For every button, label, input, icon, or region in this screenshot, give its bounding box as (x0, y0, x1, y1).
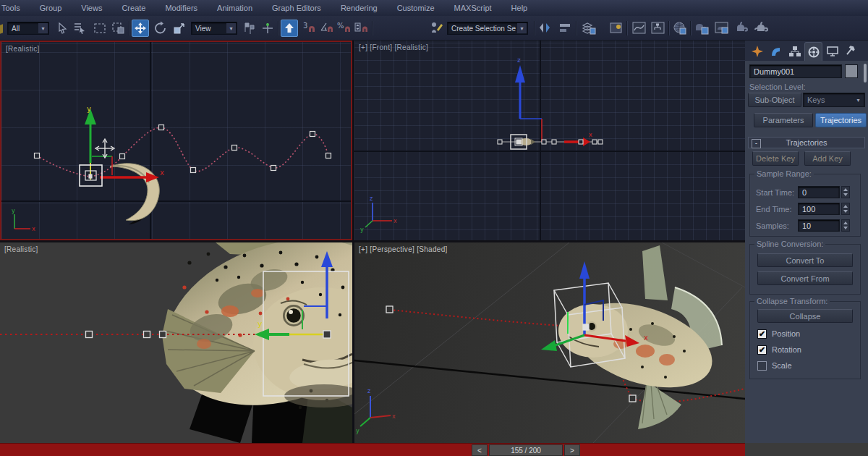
samples-label: Samples: (756, 221, 789, 230)
menu-help[interactable]: Help (511, 4, 528, 12)
align-icon[interactable] (557, 20, 574, 37)
select-and-move-icon[interactable] (132, 20, 149, 37)
trajectory-keys[interactable] (35, 125, 331, 179)
viewport-front-label[interactable]: [+] [Front] [Realistic] (359, 43, 428, 51)
select-and-manipulate-icon[interactable] (259, 20, 276, 37)
viewport-left-label[interactable]: [Realistic] (4, 245, 38, 253)
trajectories-tab-button[interactable]: Trajectories (815, 113, 867, 127)
viewport-left[interactable]: [Realistic] (0, 242, 352, 443)
viewport-area: [Realistic] (0, 41, 745, 443)
convert-from-button[interactable]: Convert From (757, 271, 853, 285)
mirror-icon[interactable] (537, 20, 554, 37)
rotation-checkbox[interactable]: ✔ (757, 345, 767, 355)
scale-checkbox[interactable] (757, 361, 767, 371)
menu-create[interactable]: Create (122, 4, 145, 12)
render-setup-icon[interactable] (693, 20, 710, 37)
render-teapot-icon[interactable] (754, 20, 771, 37)
parameters-tab-button[interactable]: Parameters (754, 113, 813, 127)
menu-animation[interactable]: Animation (217, 4, 252, 12)
next-frame-button[interactable]: > (564, 444, 580, 456)
schematic-view-icon[interactable] (650, 20, 667, 37)
select-and-scale-icon[interactable] (171, 20, 188, 37)
add-key-button[interactable]: Add Key (804, 151, 851, 166)
start-time-field[interactable]: 0 (798, 186, 840, 198)
menu-modifiers[interactable]: Modifiers (165, 4, 197, 12)
selection-filter-dropdown[interactable]: All ▾ (7, 22, 49, 35)
end-time-spinner[interactable] (841, 203, 850, 215)
menu-views[interactable]: Views (81, 4, 102, 12)
sub-object-mode-dropdown[interactable]: Keys ▾ (803, 93, 865, 107)
menu-graph-editors[interactable]: Graph Editors (272, 4, 321, 12)
select-and-rotate-icon[interactable] (152, 20, 169, 37)
convert-to-button[interactable]: Convert To (757, 253, 853, 267)
object-name-field[interactable]: Dummy001 (749, 64, 842, 78)
select-object-icon[interactable] (54, 20, 71, 37)
material-editor-icon[interactable] (671, 20, 689, 37)
main-toolbar: All ▾ View ▾ (0, 16, 868, 41)
spinner-snap-icon[interactable] (353, 20, 370, 37)
tab-motion[interactable] (804, 42, 822, 61)
track-bar-autokey[interactable]: < 155 / 200 > (0, 443, 745, 456)
keyboard-shortcut-override-icon[interactable] (428, 20, 446, 37)
percent-snap-icon[interactable]: % (336, 20, 353, 37)
move-cursor-icon (95, 139, 114, 158)
rendered-frame-window-icon[interactable] (713, 20, 731, 37)
menu-maxscript[interactable]: MAXScript (454, 4, 492, 12)
samples-field[interactable]: 10 (798, 219, 840, 232)
tab-utilities[interactable] (842, 42, 860, 61)
window-crossing-icon[interactable] (110, 20, 127, 37)
viewport-perspective-label[interactable]: [+] [Perspective] [Shaded] (359, 245, 448, 253)
axis-x-label: x (160, 169, 164, 177)
select-by-name-icon[interactable] (71, 20, 88, 37)
tab-display[interactable] (823, 42, 841, 61)
menu-customize[interactable]: Customize (397, 4, 435, 12)
snap-toggle-3d-icon[interactable]: 3 (301, 20, 318, 37)
axis-z-label: z (517, 56, 521, 64)
viewport-axis-tripod: z x y (360, 195, 397, 233)
position-checkbox[interactable]: ✔ (757, 329, 767, 339)
delete-key-button[interactable]: Delete Key (752, 151, 799, 166)
tab-hierarchy[interactable] (786, 42, 804, 61)
menu-group[interactable]: Group (40, 4, 62, 12)
chevron-down-icon[interactable]: ▾ (38, 23, 48, 33)
viewport-perspective[interactable]: [+] [Perspective] [Shaded] (354, 242, 745, 443)
keyboard-override-icon[interactable] (281, 20, 298, 37)
menu-rendering[interactable]: Rendering (341, 4, 378, 12)
object-color-swatch[interactable] (845, 64, 858, 78)
scene-explorer-icon[interactable] (608, 20, 625, 37)
named-selection-sets-value: Create Selection Se (451, 25, 516, 33)
layer-manager-icon[interactable] (580, 20, 597, 37)
frame-display[interactable]: 155 / 200 (489, 444, 563, 456)
viewport-top-label[interactable]: [Realistic] (6, 45, 40, 53)
move-gizmo[interactable]: z x (515, 56, 592, 146)
collapse-button[interactable]: Collapse (757, 309, 853, 323)
viewport-front[interactable]: [+] [Front] [Realistic] z x (354, 41, 745, 240)
samples-spinner[interactable] (841, 219, 850, 232)
fish-front-view[interactable] (519, 138, 535, 145)
trajectory-path[interactable] (37, 127, 328, 177)
sub-object-button[interactable]: Sub-Object (748, 93, 801, 107)
use-pivot-center-icon[interactable] (240, 20, 258, 37)
fish-top-view[interactable] (110, 164, 159, 224)
start-time-spinner[interactable] (841, 186, 850, 198)
tab-create[interactable] (748, 42, 766, 61)
render-production-icon[interactable] (733, 20, 751, 37)
panel-scrollbar[interactable] (864, 64, 867, 83)
svg-text:x: x (32, 226, 35, 232)
previous-frame-button[interactable]: < (472, 444, 488, 456)
collapse-rollout-icon[interactable]: - (752, 139, 761, 148)
fish-model[interactable] (145, 242, 352, 443)
angle-snap-icon[interactable] (318, 20, 336, 37)
trajectories-rollout-header[interactable]: - Trajectories (748, 137, 865, 148)
named-selection-sets-dropdown[interactable]: Create Selection Se ▾ (447, 22, 528, 35)
viewport-top[interactable]: [Realistic] (0, 41, 352, 240)
rectangular-selection-icon[interactable] (91, 20, 109, 37)
end-time-field[interactable]: 100 (798, 203, 840, 215)
menu-tools[interactable]: Tools (1, 4, 20, 12)
chevron-down-icon[interactable]: ▾ (854, 97, 863, 104)
chevron-down-icon[interactable]: ▾ (517, 23, 527, 33)
curve-editor-icon[interactable] (631, 20, 648, 37)
tab-modify[interactable] (767, 42, 785, 61)
chevron-down-icon[interactable]: ▾ (226, 23, 236, 33)
reference-coordinate-dropdown[interactable]: View ▾ (191, 22, 237, 35)
